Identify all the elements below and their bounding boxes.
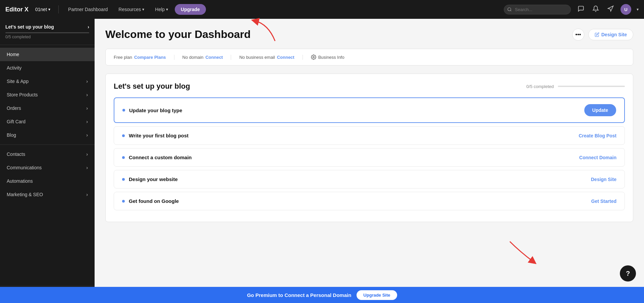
task-create-blog-post-button[interactable]: Create Blog Post — [579, 133, 616, 138]
task-text: Connect a custom domain — [129, 155, 192, 160]
top-nav: Editor X 01net ▾ Partner Dashboard Resou… — [0, 0, 644, 19]
svg-point-3 — [313, 56, 314, 58]
task-get-started-button[interactable]: Get Started — [591, 199, 616, 204]
task-design-site-button[interactable]: Design Site — [591, 177, 616, 182]
bottom-banner: Go Premium to Connect a Personal Domain … — [0, 287, 644, 303]
sidebar-item-contacts[interactable]: Contacts › — [0, 147, 95, 161]
sidebar-item-label: Orders — [7, 105, 21, 111]
sidebar-item-store-products[interactable]: Store Products › — [0, 88, 95, 101]
task-dot — [122, 134, 125, 137]
sidebar-setup-label[interactable]: Let's set up your blog › — [5, 24, 89, 30]
task-left: Update your blog type — [122, 107, 182, 113]
help-button[interactable]: ? — [620, 265, 636, 282]
pencil-icon — [595, 32, 599, 37]
business-info-link[interactable]: Business Info — [318, 55, 344, 60]
resources-link[interactable]: Resources ▾ — [114, 5, 148, 14]
sidebar-item-label: Gift Card — [7, 119, 25, 124]
task-connect-domain-button[interactable]: Connect Domain — [579, 155, 616, 160]
search-icon — [507, 7, 512, 12]
sidebar-item-label: Automations — [7, 178, 33, 184]
sidebar-item-gift-card[interactable]: Gift Card › — [0, 115, 95, 128]
sidebar-item-home[interactable]: Home — [0, 48, 95, 61]
search-input[interactable] — [504, 5, 571, 14]
sidebar-divider — [0, 144, 95, 145]
sidebar-item-label: Communications — [7, 165, 42, 170]
setup-title: Let's set up your blog — [114, 82, 190, 91]
chevron-right-icon: › — [86, 132, 88, 138]
connect-email-link[interactable]: Connect — [277, 55, 294, 60]
design-site-button[interactable]: Design Site — [588, 29, 633, 40]
sidebar-item-site-app[interactable]: Site & App › — [0, 75, 95, 88]
chat-icon — [578, 5, 584, 12]
bell-icon — [592, 5, 599, 12]
page-title: Welcome to your Dashboard — [105, 28, 251, 41]
task-left: Design your website — [122, 176, 178, 182]
sidebar-item-label: Store Products — [7, 92, 38, 97]
sidebar-item-blog[interactable]: Blog › — [0, 128, 95, 142]
status-domain: No domain Connect — [174, 55, 231, 60]
page-header: Welcome to your Dashboard ••• Design Sit… — [105, 28, 633, 41]
chevron-down-icon: ▾ — [142, 7, 144, 12]
announcements-button[interactable] — [606, 4, 615, 15]
nav-divider — [58, 5, 59, 13]
notifications-button[interactable] — [591, 4, 600, 15]
sidebar-item-marketing-seo[interactable]: Marketing & SEO › — [0, 188, 95, 201]
task-item-get-found-google: Get found on Google Get Started — [114, 192, 625, 210]
sidebar-item-label: Blog — [7, 132, 16, 138]
domain-text: No domain — [182, 55, 204, 60]
compare-plans-link[interactable]: Compare Plans — [134, 55, 166, 60]
messages-button[interactable] — [576, 4, 586, 15]
task-dot — [122, 200, 125, 203]
sidebar-item-label: Contacts — [7, 152, 25, 157]
more-options-button[interactable]: ••• — [572, 29, 584, 41]
sidebar-item-label: Home — [7, 52, 19, 57]
partner-dashboard-link[interactable]: Partner Dashboard — [64, 5, 112, 14]
setup-progress-track — [558, 86, 625, 87]
setup-progress-area: 0/5 completed — [526, 84, 625, 89]
chevron-right-icon: › — [86, 119, 88, 124]
task-item-connect-domain: Connect a custom domain Connect Domain — [114, 148, 625, 167]
chevron-down-icon: ▾ — [48, 7, 50, 12]
chevron-right-icon: › — [86, 165, 88, 170]
chevron-down-icon: ▾ — [166, 7, 168, 12]
svg-line-1 — [511, 10, 512, 11]
setup-section: Let's set up your blog 0/5 completed Upd… — [105, 74, 633, 222]
upgrade-site-button[interactable]: Upgrade Site — [357, 290, 397, 300]
app-logo: Editor X — [5, 6, 29, 13]
task-left: Connect a custom domain — [122, 155, 192, 160]
sidebar-item-orders[interactable]: Orders › — [0, 101, 95, 115]
avatar[interactable]: U — [621, 4, 631, 15]
connect-domain-link[interactable]: Connect — [205, 55, 223, 60]
status-business-info: Business Info — [303, 54, 353, 60]
chevron-right-icon: › — [86, 192, 88, 197]
help-link[interactable]: Help ▾ — [151, 5, 172, 14]
bottom-banner-text: Go Premium to Connect a Personal Domain — [247, 292, 351, 298]
sidebar-item-automations[interactable]: Automations — [0, 174, 95, 188]
setup-header: Let's set up your blog 0/5 completed — [114, 82, 625, 91]
task-dot — [122, 178, 125, 181]
sidebar-completed-label: 0/5 completed — [5, 35, 89, 39]
status-bar: Free plan Compare Plans No domain Connec… — [105, 49, 633, 66]
task-dot — [122, 156, 125, 159]
avatar-chevron-icon[interactable]: ▾ — [637, 7, 639, 12]
task-update-button[interactable]: Update — [584, 104, 616, 116]
sidebar-setup-section: Let's set up your blog › 0/5 completed — [0, 19, 95, 45]
workspace-selector[interactable]: 01net ▾ — [33, 5, 53, 13]
sidebar-progress-track — [5, 32, 89, 33]
plan-text: Free plan — [114, 55, 132, 60]
sidebar-item-communications[interactable]: Communications › — [0, 161, 95, 174]
upgrade-button[interactable]: Upgrade — [175, 4, 206, 15]
task-dot — [122, 109, 125, 112]
task-left: Get found on Google — [122, 198, 179, 204]
task-left: Write your first blog post — [122, 133, 189, 138]
nav-right-section: U ▾ — [504, 4, 639, 15]
status-email: No business email Connect — [231, 55, 303, 60]
email-text: No business email — [239, 55, 275, 60]
sidebar-item-label: Site & App — [7, 79, 29, 84]
task-item-write-blog-post: Write your first blog post Create Blog P… — [114, 126, 625, 145]
sidebar-item-activity[interactable]: Activity — [0, 61, 95, 75]
sidebar: Let's set up your blog › 0/5 completed H… — [0, 19, 95, 303]
chevron-right-icon: › — [86, 152, 88, 157]
status-plan: Free plan Compare Plans — [114, 55, 174, 60]
main-content: Welcome to your Dashboard ••• Design Sit… — [95, 19, 644, 287]
